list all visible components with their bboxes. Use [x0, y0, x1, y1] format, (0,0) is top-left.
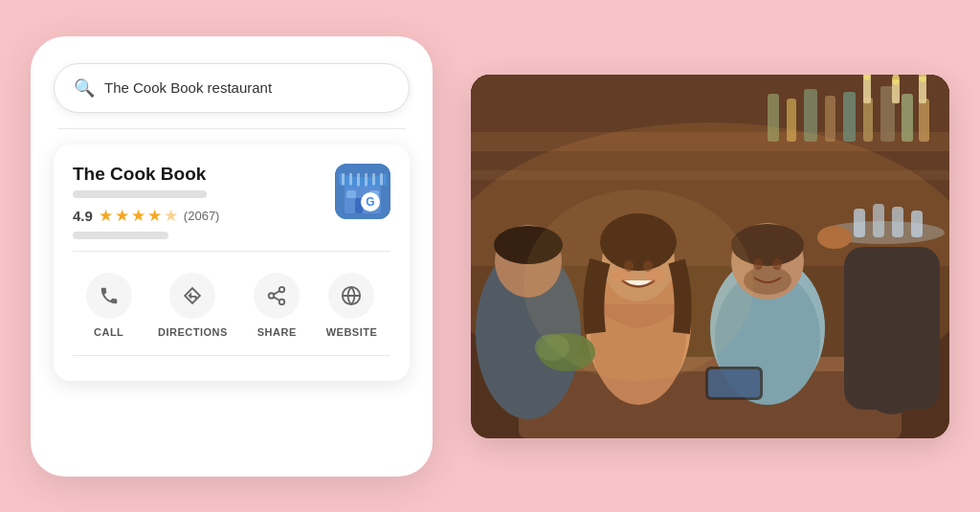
action-website[interactable]: WEBSITE	[326, 273, 378, 338]
share-circle	[254, 273, 300, 319]
search-divider	[57, 128, 406, 129]
search-input-text: The Cook Book restaurant	[104, 79, 272, 96]
info-line-2	[73, 232, 168, 239]
star-3: ★	[131, 206, 145, 226]
svg-text:G: G	[366, 195, 374, 209]
phone-mockup: 🔍 The Cook Book restaurant The Cook Book…	[31, 36, 433, 477]
rating-number: 4.9	[73, 208, 93, 224]
stars-container: ★ ★ ★ ★ ★	[99, 206, 178, 226]
restaurant-photo-card	[471, 75, 949, 438]
search-icon: 🔍	[74, 78, 95, 99]
call-label: CALL	[94, 326, 123, 338]
bottom-divider	[73, 355, 390, 356]
svg-point-7	[279, 286, 285, 292]
star-1: ★	[99, 206, 113, 226]
main-scene: 🔍 The Cook Book restaurant The Cook Book…	[31, 27, 949, 486]
restaurant-scene-svg	[471, 75, 949, 438]
directions-circle	[169, 273, 215, 319]
business-header: The Cook Book 4.9 ★ ★ ★ ★ ★ (2067)	[73, 164, 390, 239]
star-4: ★	[147, 206, 162, 226]
svg-line-10	[274, 297, 279, 301]
call-icon	[99, 285, 120, 306]
business-name: The Cook Book	[73, 164, 219, 185]
star-5-partial: ★	[164, 206, 178, 226]
directions-label: DIRECTIONS	[158, 326, 228, 338]
photo-background	[471, 75, 949, 438]
info-line-1	[73, 190, 207, 198]
review-count: (2067)	[184, 209, 220, 223]
svg-point-9	[279, 299, 285, 304]
website-circle	[328, 273, 374, 319]
share-icon	[266, 285, 287, 306]
actions-row: CALL DIRECTIONS	[73, 263, 390, 342]
business-card: The Cook Book 4.9 ★ ★ ★ ★ ★ (2067)	[54, 145, 410, 381]
svg-rect-3	[346, 190, 356, 198]
action-share[interactable]: SHARE	[254, 273, 300, 338]
call-circle	[86, 273, 132, 319]
business-info: The Cook Book 4.9 ★ ★ ★ ★ ★ (2067)	[73, 164, 219, 239]
gmb-icon: G	[335, 164, 390, 219]
search-bar[interactable]: 🔍 The Cook Book restaurant	[54, 63, 410, 113]
action-directions[interactable]: DIRECTIONS	[158, 273, 228, 338]
action-call[interactable]: CALL	[86, 273, 132, 338]
svg-line-11	[274, 290, 279, 294]
gmb-svg: G	[335, 164, 390, 219]
svg-point-8	[269, 293, 275, 299]
star-2: ★	[115, 206, 129, 226]
website-icon	[341, 285, 362, 306]
svg-point-66	[523, 189, 753, 381]
share-label: SHARE	[257, 326, 297, 338]
website-label: WEBSITE	[326, 326, 378, 338]
directions-icon	[182, 285, 203, 306]
rating-row: 4.9 ★ ★ ★ ★ ★ (2067)	[73, 206, 219, 226]
card-divider	[73, 251, 390, 252]
